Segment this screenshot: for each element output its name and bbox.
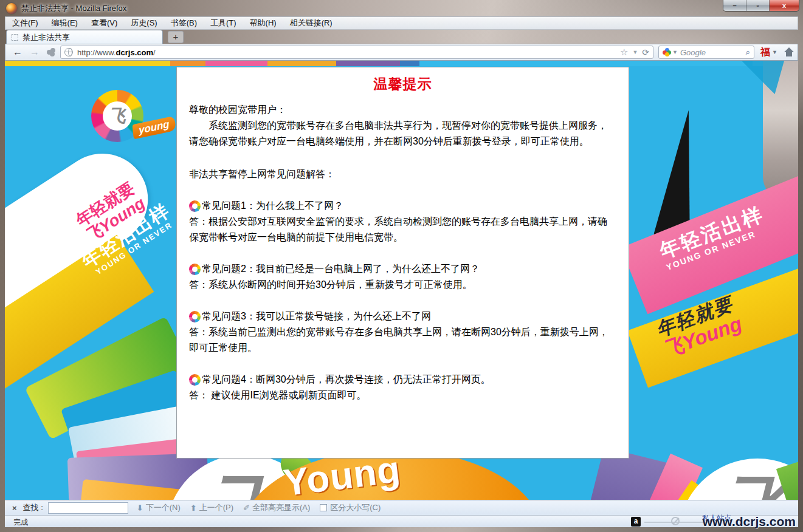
google-logo-icon[interactable] [663, 48, 671, 56]
tab-favicon-placeholder [12, 34, 18, 41]
menu-edit[interactable]: 编辑(E) [45, 16, 84, 30]
highlight-all-label: 全部高亮显示(A) [252, 502, 310, 513]
rainbow-segment [400, 61, 419, 66]
firefox-icon [6, 3, 17, 14]
tab-active[interactable]: 禁止非法共享 [6, 30, 163, 44]
rainbow-segment [419, 61, 753, 66]
notice-panel: 温馨提示 尊敬的校园宽带用户： 系统监测到您的宽带账号存在多台电脑非法共享行为，… [176, 67, 629, 459]
find-bar: × 查找 : ⬇ 下一个(N) ⬆ 上一个(P) ✐ 全部高亮显示(A) 区分大… [5, 500, 798, 515]
menu-file[interactable]: 文件(F) [5, 16, 45, 30]
faq-question: 常见问题3：我可以正常拨号链接，为什么还上不了网 [202, 309, 431, 324]
block-icon[interactable] [671, 517, 680, 525]
browser-window: 禁止非法共享 - Mozilla Firefox – ▫ x 文件(F) 编辑(… [0, 0, 803, 532]
url-dropdown-icon[interactable]: ▼ [632, 49, 638, 55]
match-case-label: 区分大小写(C) [330, 502, 381, 513]
rainbow-strip [5, 61, 798, 66]
checkbox-icon[interactable] [320, 504, 327, 511]
tab-strip: 禁止非法共享 + [5, 30, 798, 44]
faq-answer: 答：系统从你断网的时间开始30分钟后，重新拨号才可正常使用。 [189, 277, 616, 293]
menu-view[interactable]: 查看(V) [84, 16, 124, 30]
new-tab-button[interactable]: + [168, 31, 184, 43]
maximize-button[interactable]: ▫ [746, 0, 770, 11]
find-prev-label: 上一个(P) [199, 502, 233, 513]
faq-answer: 答： 建议使用IE浏览器或刷新页面即可。 [189, 387, 616, 403]
menu-tools[interactable]: 工具(T) [204, 16, 243, 30]
url-text[interactable]: http://www.dcrjs.com/ [77, 48, 620, 57]
fu-icon: 福 [760, 46, 770, 59]
tab-label: 禁止非法共享 [22, 32, 70, 43]
rainbow-segment [170, 61, 205, 66]
watermark-text: www.dcrjs.com [703, 514, 796, 529]
bookmark-star-icon[interactable]: ☆ [620, 47, 628, 58]
feiyoung-logo-fly-glyph: 飞 [103, 101, 132, 131]
faq-question: 常见问题2：我目前已经是一台电脑上网了，为什么还上不了网？ [202, 261, 480, 277]
notice-title: 温馨提示 [189, 75, 616, 94]
faq-answer: 答：系统当前已监测出您的宽带账号存在多台电脑共享上网，请在断网30分钟后，重新拨… [189, 324, 616, 356]
find-input[interactable] [48, 502, 128, 514]
faq-item-1: 常见问题1：为什么我上不了网？ 答：根据公安部对互联网安全监管的要求，系统自动检… [189, 198, 616, 245]
menu-history[interactable]: 历史(S) [124, 16, 164, 30]
rainbow-segment [205, 61, 267, 66]
faq-question: 常见问题4：断网30分钟后，再次拨号连接，仍无法正常打开网页。 [202, 372, 491, 387]
find-next-button[interactable]: ⬇ 下一个(N) [137, 502, 181, 513]
close-button[interactable]: x [770, 0, 799, 11]
minimize-button[interactable]: – [723, 0, 746, 11]
search-box[interactable]: ▼ ⌕ [658, 46, 754, 59]
pinwheel-icon [189, 200, 201, 212]
rainbow-segment [267, 61, 336, 66]
find-next-label: 下一个(N) [146, 502, 181, 513]
fu-addon-button[interactable]: 福 ▼ [760, 46, 777, 59]
status-text: 完成 [13, 517, 28, 528]
window-title: 禁止非法共享 - Mozilla Firefox [21, 3, 126, 14]
url-bar[interactable]: http://www.dcrjs.com/ ☆ ▼ ⟳ [60, 46, 653, 59]
navigation-toolbar: ← → http://www.dcrjs.com/ ☆ ▼ ⟳ ▼ ⌕ 福 ▼ [5, 44, 798, 61]
menu-help[interactable]: 帮助(H) [243, 16, 283, 30]
fu-dropdown-icon: ▼ [772, 49, 777, 55]
menu-bookmarks[interactable]: 书签(B) [164, 16, 204, 30]
search-engine-dropdown-icon[interactable]: ▼ [672, 49, 678, 55]
title-bar: 禁止非法共享 - Mozilla Firefox – ▫ x [0, 0, 803, 17]
find-label: 查找 : [23, 502, 43, 513]
notice-greeting: 尊敬的校园宽带用户： [189, 102, 616, 118]
highlight-all-button[interactable]: ✐ 全部高亮显示(A) [243, 502, 310, 513]
faq-item-4: 常见问题4：断网30分钟后，再次拨号连接，仍无法正常打开网页。 答： 建议使用I… [189, 372, 616, 403]
search-input[interactable] [680, 48, 746, 57]
rainbow-segment [336, 61, 400, 66]
menu-related-links[interactable]: 相关链接(R) [283, 16, 339, 30]
url-suffix: / [153, 48, 156, 57]
faq-item-3: 常见问题3：我可以正常拨号链接，为什么还上不了网 答：系统当前已监测出您的宽带账… [189, 309, 616, 356]
find-prev-button[interactable]: ⬆ 上一个(P) [190, 502, 233, 513]
window-controls: – ▫ x [723, 0, 799, 12]
url-domain: dcrjs.com [116, 48, 153, 57]
match-case-checkbox[interactable]: 区分大小写(C) [320, 502, 381, 513]
url-prefix: http://www. [77, 48, 116, 57]
menu-bar: 文件(F) 编辑(E) 查看(V) 历史(S) 书签(B) 工具(T) 帮助(H… [5, 16, 798, 30]
pinwheel-icon [189, 311, 201, 322]
tab-groups-icon[interactable] [47, 48, 57, 56]
pinwheel-icon [189, 264, 201, 275]
faq-answer: 答：根据公安部对互联网安全监管的要求，系统自动检测到您的账号存在多台电脑共享上网… [189, 214, 616, 245]
search-icon[interactable]: ⌕ [746, 47, 750, 57]
highlighter-icon: ✐ [243, 503, 250, 513]
site-identity-globe-icon[interactable] [64, 48, 73, 56]
faq-item-2: 常见问题2：我目前已经是一台电脑上网了，为什么还上不了网？ 答：系统从你断网的时… [189, 261, 616, 293]
text-zoom-icon[interactable]: a [631, 517, 641, 527]
notice-intro: 系统监测到您的宽带账号存在多台电脑非法共享行为，现暂停对你的宽带账号提供上网服务… [189, 118, 616, 149]
back-button[interactable]: ← [9, 47, 26, 58]
rainbow-segment [5, 61, 170, 66]
page-viewport: 飞 young 年轻就要 飞Young 年轻活出样 YOUNG OR NEVER… [5, 61, 798, 500]
status-bar: 完成 a 私人站点 www.dcrjs.com [5, 515, 798, 527]
faq-heading: 非法共享暂停上网常见问题解答： [189, 166, 616, 182]
faq-question: 常见问题1：为什么我上不了网？ [202, 198, 343, 214]
home-icon[interactable] [784, 48, 794, 56]
down-arrow-icon: ⬇ [137, 503, 143, 513]
pinwheel-icon [189, 374, 201, 386]
reload-icon[interactable]: ⟳ [642, 47, 649, 57]
find-close-icon[interactable]: × [5, 503, 23, 513]
forward-button[interactable]: → [26, 47, 43, 58]
up-arrow-icon: ⬆ [190, 503, 197, 513]
